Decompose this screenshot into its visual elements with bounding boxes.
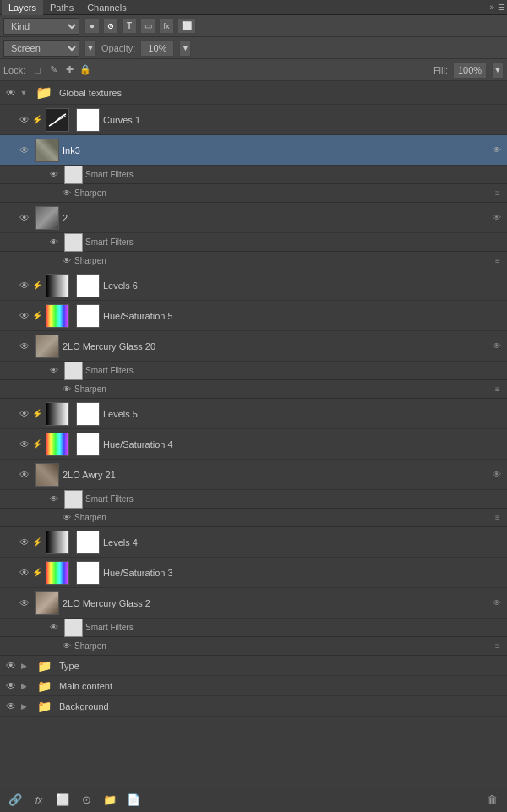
- filter-toggle[interactable]: ⬜: [177, 19, 196, 34]
- opacity-label: Opacity:: [101, 43, 135, 53]
- visibility-toggle[interactable]: 👁: [3, 658, 19, 673]
- fill-arrow[interactable]: ▼: [492, 62, 504, 79]
- sharpen-settings-icon[interactable]: ≡: [492, 640, 504, 652]
- visibility-toggle[interactable]: 👁: [59, 510, 74, 526]
- visibility-toggle[interactable]: 👁: [46, 620, 62, 635]
- panel-menu-icon[interactable]: ☰: [498, 3, 505, 12]
- layer-row[interactable]: 👁 ⚡ Levels 4: [0, 527, 507, 558]
- add-mask-button[interactable]: ⬜: [54, 792, 71, 809]
- layer-visibility-badge[interactable]: 👁: [490, 145, 504, 155]
- opacity-input[interactable]: [140, 40, 174, 57]
- new-group-button[interactable]: 📁: [101, 792, 118, 809]
- visibility-toggle[interactable]: 👁: [17, 467, 32, 482]
- new-fill-layer-button[interactable]: ⊙: [78, 792, 95, 809]
- fill-label: Fill:: [433, 65, 448, 75]
- new-layer-button[interactable]: 📄: [125, 792, 142, 809]
- visibility-toggle[interactable]: 👁: [46, 363, 62, 379]
- layer-row[interactable]: 👁 ▶ 📁 Background: [0, 696, 507, 717]
- visibility-toggle[interactable]: 👁: [46, 492, 62, 507]
- expand-arrow[interactable]: ▶: [19, 661, 29, 671]
- layer-row[interactable]: 👁 ⚡ Hue/Saturation 4: [0, 429, 507, 460]
- lock-position-icon[interactable]: ✚: [63, 63, 76, 77]
- expand-arrow[interactable]: ▶: [19, 681, 29, 691]
- lock-image-icon[interactable]: ✎: [46, 63, 60, 77]
- type-filter-icon[interactable]: T: [122, 19, 137, 34]
- layer-visibility-badge[interactable]: 👁: [490, 213, 504, 222]
- visibility-toggle[interactable]: 👁: [17, 143, 32, 158]
- panel-expand-icon[interactable]: »: [489, 3, 494, 12]
- layer-thumbnail: [64, 490, 83, 509]
- visibility-toggle[interactable]: 👁: [3, 678, 19, 694]
- visibility-toggle[interactable]: 👁: [17, 278, 32, 293]
- visibility-toggle[interactable]: 👁: [3, 85, 19, 101]
- blend-opacity-toolbar: Screen ▼ Opacity: ▼: [0, 37, 507, 59]
- smartobject-filter-icon[interactable]: fx: [159, 19, 174, 34]
- visibility-toggle[interactable]: 👁: [17, 210, 32, 226]
- lock-all-icon[interactable]: 🔒: [79, 63, 92, 77]
- opacity-arrow[interactable]: ▼: [179, 40, 191, 57]
- visibility-toggle[interactable]: 👁: [17, 406, 32, 422]
- layer-row[interactable]: 👁 2LO Mercury Glass 2 👁: [0, 588, 507, 619]
- visibility-toggle[interactable]: 👁: [17, 535, 32, 550]
- layer-row[interactable]: 👁 ▶ 📁 Type: [0, 656, 507, 676]
- layer-visibility-badge[interactable]: 👁: [490, 470, 504, 479]
- layer-visibility-badge[interactable]: 👁: [490, 341, 504, 351]
- layer-name: 2: [63, 213, 490, 223]
- blend-mode-arrow[interactable]: ▼: [84, 40, 96, 57]
- visibility-toggle[interactable]: 👁: [59, 382, 74, 397]
- layer-thumbnail: [35, 139, 59, 162]
- lock-transparent-icon[interactable]: □: [30, 63, 44, 77]
- kind-select[interactable]: Kind: [3, 18, 79, 35]
- layer-row[interactable]: 👁 Ink3 👁: [0, 135, 507, 166]
- layer-row[interactable]: 👁 2LO Mercury Glass 20 👁: [0, 331, 507, 362]
- sharpen-settings-icon[interactable]: ≡: [492, 384, 504, 395]
- tab-paths[interactable]: Paths: [43, 0, 80, 15]
- sharpen-label: Sharpen: [74, 513, 492, 522]
- layer-thumbnail: 📁: [32, 81, 56, 105]
- adjustment-filter-icon[interactable]: ⊙: [103, 19, 118, 34]
- visibility-toggle[interactable]: 👁: [46, 167, 62, 183]
- layer-name: Hue/Saturation 5: [103, 311, 504, 321]
- expand-arrow[interactable]: ▶: [19, 701, 29, 711]
- visibility-toggle[interactable]: 👁: [17, 112, 32, 128]
- panel-menu-icons: » ☰: [489, 3, 505, 12]
- layer-row[interactable]: 👁 ⚡ Levels 5: [0, 399, 507, 429]
- visibility-toggle[interactable]: 👁: [17, 308, 32, 324]
- layer-row[interactable]: 👁 ▼ 📁 Global textures: [0, 81, 507, 105]
- visibility-toggle[interactable]: 👁: [59, 253, 74, 269]
- sharpen-settings-icon[interactable]: ≡: [492, 512, 504, 524]
- visibility-toggle[interactable]: 👁: [17, 339, 32, 354]
- blend-mode-select[interactable]: Screen: [3, 40, 79, 57]
- delete-layer-button[interactable]: 🗑: [483, 792, 500, 809]
- visibility-toggle[interactable]: 👁: [59, 186, 74, 201]
- lock-icons: □ ✎ ✚ 🔒: [30, 63, 92, 77]
- layer-name: Ink3: [63, 145, 490, 155]
- layer-row[interactable]: 👁 ⚡ Levels 6: [0, 270, 507, 301]
- visibility-toggle[interactable]: 👁: [17, 437, 32, 452]
- layer-row[interactable]: 👁 ⚡ Hue/Saturation 3: [0, 558, 507, 588]
- pixel-filter-icon[interactable]: ●: [84, 19, 100, 34]
- link-layers-button[interactable]: 🔗: [7, 792, 24, 809]
- sharpen-settings-icon[interactable]: ≡: [492, 255, 504, 267]
- layer-visibility-badge[interactable]: 👁: [490, 598, 504, 608]
- fill-input[interactable]: [453, 62, 487, 79]
- sharpen-settings-icon[interactable]: ≡: [492, 188, 504, 199]
- layer-row[interactable]: 👁 ⚡ Hue/Saturation 5: [0, 301, 507, 331]
- expand-arrow[interactable]: ▼: [19, 88, 29, 98]
- tab-layers[interactable]: Layers: [2, 0, 43, 15]
- layer-row[interactable]: 👁 2LO Awry 21 👁: [0, 460, 507, 490]
- visibility-toggle[interactable]: 👁: [17, 596, 32, 611]
- layer-thumbnail: [46, 274, 69, 297]
- visibility-toggle[interactable]: 👁: [17, 565, 32, 580]
- visibility-toggle[interactable]: 👁: [46, 235, 62, 250]
- layer-row[interactable]: 👁 ▶ 📁 Main content: [0, 676, 507, 696]
- sharpen-label: Sharpen: [74, 641, 492, 651]
- layer-row[interactable]: 👁 2 👁: [0, 203, 507, 233]
- visibility-toggle[interactable]: 👁: [3, 699, 19, 714]
- shape-filter-icon[interactable]: ▭: [140, 19, 155, 34]
- visibility-toggle[interactable]: 👁: [59, 639, 74, 654]
- layer-row[interactable]: 👁 ⚡ Curves 1: [0, 105, 507, 135]
- layer-styles-button[interactable]: fx: [30, 792, 47, 809]
- tab-channels[interactable]: Channels: [80, 0, 133, 15]
- photoshop-layers-panel: Layers Paths Channels » ☰ Kind ● ⊙ T ▭ f…: [0, 0, 507, 812]
